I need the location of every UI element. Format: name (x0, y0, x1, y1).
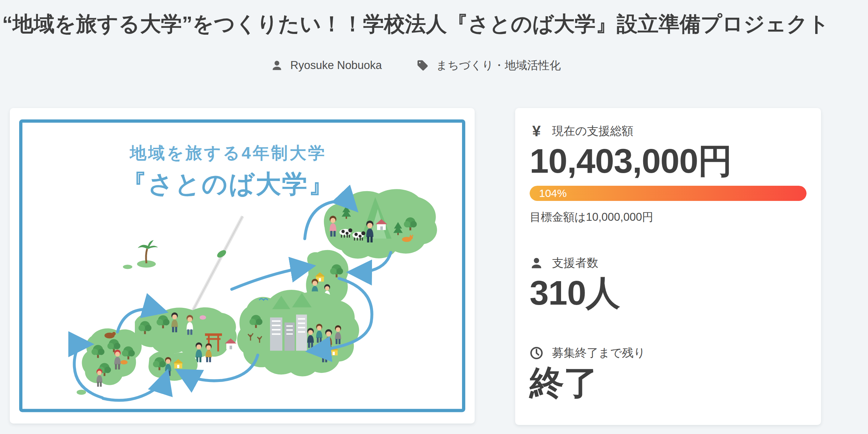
time-remaining-label: 募集終了まで残り (552, 345, 645, 361)
total-raised-label: 現在の支援総額 (552, 123, 633, 139)
project-stats-card: ¥ 現在の支援総額 10,403,000円 104% 目標金額は10,000,0… (515, 108, 821, 425)
time-remaining-value: 終了 (530, 364, 807, 402)
project-author-link[interactable]: Ryosuke Nobuoka (271, 59, 382, 72)
category-label: まちづくり・地域活性化 (436, 58, 561, 73)
basket (120, 360, 128, 365)
total-raised-value: 10,403,000円 (530, 142, 807, 180)
progress-percent-label: 104% (530, 187, 567, 199)
user-icon (271, 59, 283, 72)
supporters-value: 310人 (530, 274, 807, 312)
user-icon (530, 256, 543, 270)
image-caption-line1: 地域を旅する4年制大学 (129, 143, 326, 162)
image-caption-line2: 『さとのば大学』 (121, 170, 335, 198)
tag-icon (416, 59, 429, 72)
goal-text: 目標金額は10,000,000円 (530, 210, 807, 225)
time-remaining-label-row: 募集終了まで残り (530, 346, 807, 360)
progress-bar-fill: 104% (530, 186, 807, 201)
project-image-card: 地域を旅する4年制大学 『さとのば大学』 (10, 108, 475, 424)
project-meta-row: Ryosuke Nobuoka まちづくり・地域活性化 (0, 58, 831, 73)
project-category-link[interactable]: まちづくり・地域活性化 (416, 58, 561, 73)
total-raised-label-row: ¥ 現在の支援総額 (530, 124, 807, 138)
yen-icon: ¥ (530, 124, 543, 138)
blossom (200, 315, 206, 320)
supporters-label-row: 支援者数 (530, 256, 807, 270)
supporters-label: 支援者数 (552, 255, 598, 271)
project-main-image: 地域を旅する4年制大学 『さとのば大学』 (19, 119, 465, 412)
author-name: Ryosuke Nobuoka (290, 59, 382, 72)
clock-icon (530, 346, 543, 360)
page-title: “地域を旅する大学”をつくりたい！！学校法人『さとのば大学』設立準備プロジェクト (0, 11, 831, 37)
progress-bar: 104% (530, 186, 807, 201)
